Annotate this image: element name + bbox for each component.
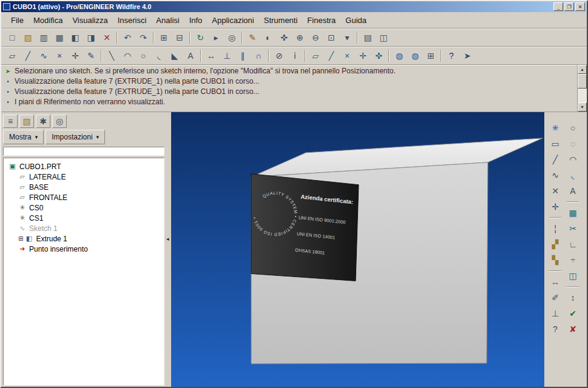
view-manager-button[interactable]: ◫ bbox=[376, 30, 391, 45]
save-button[interactable]: ▥ bbox=[36, 30, 52, 45]
panel-splitter[interactable]: ◂ bbox=[166, 112, 171, 387]
move-resize-tool-button[interactable]: ↕ bbox=[565, 290, 581, 305]
copy-button[interactable]: ◧ bbox=[67, 30, 83, 45]
trim-corner-tool-button[interactable]: ∟ bbox=[565, 237, 581, 252]
mirror-tool-button[interactable]: ◫ bbox=[565, 269, 581, 283]
menu-applicazioni[interactable]: Applicazioni bbox=[207, 15, 259, 26]
circle-tool-button[interactable]: ○ bbox=[565, 121, 581, 135]
coordinate-system-button[interactable]: ✛ bbox=[67, 48, 83, 63]
menu-finestra[interactable]: Finestra bbox=[302, 15, 340, 26]
arc-tool-button[interactable]: ◠ bbox=[565, 152, 581, 167]
paste-geometry-button[interactable]: ⊟ bbox=[172, 30, 188, 45]
folder-browser-button[interactable]: ▧ bbox=[19, 115, 34, 128]
command-locator-button[interactable]: ➤ bbox=[459, 48, 475, 63]
fillet-tool-button[interactable]: ◟ bbox=[565, 168, 581, 182]
menu-info[interactable]: Info bbox=[184, 15, 208, 26]
find-button[interactable]: ◎ bbox=[52, 115, 67, 128]
menu-analisi[interactable]: Analisi bbox=[151, 15, 184, 26]
trim-delete-tool-button[interactable]: ✂ bbox=[565, 221, 581, 236]
favorites-button[interactable]: ✱ bbox=[36, 115, 50, 128]
regenerate-button[interactable]: ↻ bbox=[192, 30, 208, 45]
divide-tool-button[interactable]: ÷ bbox=[565, 253, 581, 267]
open-button[interactable]: ▨ bbox=[20, 30, 36, 45]
sketch-tool-button[interactable]: ✎ bbox=[83, 48, 99, 63]
datum-curve-button[interactable]: ∿ bbox=[36, 48, 52, 63]
palette-tool-button[interactable]: ▦ bbox=[565, 206, 581, 220]
quit-tool-button[interactable]: ✘ bbox=[565, 322, 581, 336]
window-button[interactable]: ⊞ bbox=[423, 48, 439, 63]
csys-tool-button[interactable]: ✛ bbox=[547, 199, 563, 214]
paste-button[interactable]: ◨ bbox=[83, 30, 99, 45]
tree-item-frontale[interactable]: ▱FRONTALE bbox=[5, 192, 163, 202]
axis-display-button[interactable]: ╱ bbox=[323, 48, 339, 63]
redo-button[interactable]: ↷ bbox=[135, 30, 151, 45]
tree-item-cs1[interactable]: ✳CS1 bbox=[5, 213, 163, 223]
tree-item-punto-inserimento[interactable]: ➜Punto inserimento bbox=[5, 244, 163, 254]
tangent-constraint-button[interactable]: ∩ bbox=[251, 48, 266, 63]
fillet-tool-button[interactable]: ◟ bbox=[151, 48, 167, 63]
copy-geometry-button[interactable]: ⊞ bbox=[156, 30, 172, 45]
search-button[interactable]: ◎ bbox=[224, 30, 240, 45]
menu-modifica[interactable]: Modifica bbox=[29, 15, 67, 26]
spline-tool-button[interactable]: ∿ bbox=[547, 168, 563, 182]
connections-button[interactable]: ◍ bbox=[407, 48, 423, 63]
menu-file[interactable]: File bbox=[6, 15, 29, 26]
perpendicular-constraint-button[interactable]: ⊥ bbox=[219, 48, 235, 63]
menu-visualizza[interactable]: Visualizza bbox=[67, 15, 112, 26]
expand-icon[interactable]: ⊞ bbox=[18, 235, 23, 242]
point-display-button[interactable]: × bbox=[339, 48, 355, 63]
tree-item-base[interactable]: ▱BASE bbox=[5, 182, 163, 192]
model-info-button[interactable]: ⅰ bbox=[287, 48, 303, 63]
plane-display-button[interactable]: ▱ bbox=[308, 48, 323, 63]
arc-tool-button[interactable]: ◠ bbox=[120, 48, 135, 63]
constraint-tool-button[interactable]: ⊥ bbox=[547, 306, 563, 321]
use-edge-tool-button[interactable]: ▞ bbox=[547, 237, 563, 252]
spin-center-toggle-button[interactable]: ✜ bbox=[371, 48, 387, 63]
tree-item-cs0[interactable]: ✳CS0 bbox=[5, 202, 163, 213]
done-tool-button[interactable]: ✔ bbox=[565, 306, 581, 321]
circle-tool-button[interactable]: ○ bbox=[135, 48, 151, 63]
point-tool-button[interactable]: ✕ bbox=[547, 184, 563, 198]
model-player-button[interactable]: ▸ bbox=[208, 30, 224, 45]
dimension-tool-button[interactable]: ↔ bbox=[547, 275, 563, 289]
datum-axis-button[interactable]: ╱ bbox=[20, 48, 36, 63]
tree-item-cubo1-prt[interactable]: ▣CUBO1.PRT bbox=[5, 161, 163, 172]
zoom-out-button[interactable]: ⊖ bbox=[308, 30, 323, 45]
redraw-button[interactable]: ✎ bbox=[245, 30, 260, 45]
scroll-down-button[interactable]: ▼ bbox=[578, 102, 587, 112]
explain-tool-button[interactable]: ? bbox=[547, 322, 563, 336]
message-scrollbar[interactable]: ▲ ▼ bbox=[577, 65, 587, 112]
context-help-button[interactable]: ? bbox=[444, 48, 459, 63]
chamfer-tool-button[interactable]: ◣ bbox=[167, 48, 183, 63]
print-button[interactable]: ▦ bbox=[52, 30, 67, 45]
tree-item-sketch-1[interactable]: ∿Sketch 1 bbox=[5, 223, 163, 233]
refit-button[interactable]: ⊡ bbox=[323, 30, 339, 45]
menu-guida[interactable]: Guida bbox=[340, 15, 371, 26]
line-tool-button[interactable]: ╱ bbox=[547, 152, 563, 167]
datum-plane-button[interactable]: ▱ bbox=[4, 48, 20, 63]
dimension-button[interactable]: ↔ bbox=[203, 48, 219, 63]
shaded-view-button[interactable]: ◐ bbox=[260, 30, 276, 45]
show-menu-button[interactable]: Mostra ▾ bbox=[3, 130, 44, 144]
new-file-button[interactable]: □ bbox=[4, 30, 20, 45]
tree-item-laterale[interactable]: ▱LATERALE bbox=[5, 172, 163, 182]
tree-filter-input[interactable] bbox=[3, 147, 164, 156]
ellipse-tool-button[interactable]: ◌ bbox=[565, 136, 581, 151]
menu-inserisci[interactable]: Inserisci bbox=[113, 15, 152, 26]
scrollbar-thumb[interactable] bbox=[578, 74, 587, 89]
title-bar[interactable]: CUBO1 (attivo) - Pro/ENGINEER Wildfire 4… bbox=[1, 1, 587, 12]
maximize-button[interactable]: ❐ bbox=[564, 2, 574, 11]
datum-point-button[interactable]: × bbox=[52, 48, 67, 63]
offset-edge-tool-button[interactable]: ▚ bbox=[547, 253, 563, 267]
menu-strumenti[interactable]: Strumenti bbox=[259, 15, 303, 26]
collapse-panel-icon[interactable]: ◂ bbox=[166, 236, 169, 242]
scrollbar-track[interactable] bbox=[578, 74, 587, 102]
spin-center-button[interactable]: ✜ bbox=[276, 30, 292, 45]
web-browser-button[interactable]: ◍ bbox=[391, 48, 407, 63]
graphics-viewport[interactable]: QUALITY SYSTEM • CERTIFIED ISO 9001 • Az… bbox=[171, 112, 544, 387]
csys-display-button[interactable]: ✛ bbox=[355, 48, 371, 63]
modify-tool-button[interactable]: ✐ bbox=[547, 290, 563, 305]
datum-point-tool-button[interactable]: ✳ bbox=[547, 121, 563, 135]
delete-button[interactable]: ✕ bbox=[99, 30, 115, 45]
minimize-button[interactable]: _ bbox=[553, 2, 563, 11]
